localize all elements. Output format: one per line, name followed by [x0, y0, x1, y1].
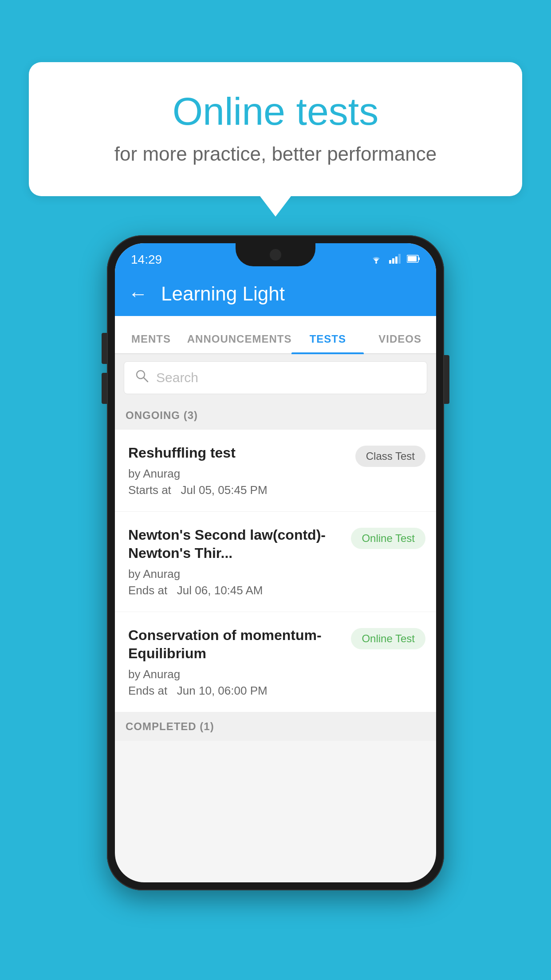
tab-videos[interactable]: VIDEOS [364, 333, 436, 353]
search-icon [135, 369, 149, 387]
phone-notch [236, 243, 315, 266]
tab-announcements[interactable]: ANNOUNCEMENTS [187, 333, 292, 353]
test-date: Ends at Jul 06, 10:45 AM [128, 584, 342, 597]
completed-section-header: COMPLETED (1) [115, 712, 436, 741]
test-info: Conservation of momentum-Equilibrium by … [128, 626, 342, 698]
svg-rect-3 [395, 257, 398, 264]
speech-bubble: Online tests for more practice, better p… [29, 62, 522, 196]
test-info: Newton's Second law(contd)-Newton's Thir… [128, 526, 342, 597]
test-item[interactable]: Reshuffling test by Anurag Starts at Jul… [115, 430, 436, 512]
power-button [444, 355, 449, 404]
battery-icon [407, 254, 420, 265]
svg-rect-6 [418, 257, 420, 260]
svg-rect-4 [398, 254, 401, 264]
wifi-icon [370, 254, 383, 265]
tab-tests[interactable]: TESTS [291, 333, 364, 353]
test-author: by Anurag [128, 567, 342, 581]
test-date: Ends at Jun 10, 06:00 PM [128, 684, 342, 698]
svg-line-9 [144, 378, 148, 382]
volume-down-button [102, 373, 107, 404]
search-placeholder: Search [156, 370, 198, 385]
back-button[interactable]: ← [128, 283, 148, 305]
search-container: Search [115, 354, 436, 401]
test-item[interactable]: Conservation of momentum-Equilibrium by … [115, 612, 436, 712]
svg-rect-7 [408, 256, 417, 261]
test-author: by Anurag [128, 467, 346, 481]
test-name: Newton's Second law(contd)-Newton's Thir… [128, 526, 342, 563]
phone-camera [270, 249, 281, 261]
test-name: Conservation of momentum-Equilibrium [128, 626, 342, 663]
search-bar[interactable]: Search [124, 361, 427, 394]
phone-screen: 14:29 [115, 243, 436, 882]
bubble-title: Online tests [64, 89, 487, 134]
volume-up-button [102, 333, 107, 364]
test-item[interactable]: Newton's Second law(contd)-Newton's Thir… [115, 512, 436, 612]
speech-bubble-container: Online tests for more practice, better p… [29, 62, 522, 196]
test-list: Reshuffling test by Anurag Starts at Jul… [115, 430, 436, 712]
tabs-bar: MENTS ANNOUNCEMENTS TESTS VIDEOS [115, 316, 436, 354]
test-name: Reshuffling test [128, 444, 346, 462]
phone-container: 14:29 [107, 235, 444, 890]
svg-point-0 [375, 262, 377, 264]
svg-rect-1 [389, 260, 391, 264]
phone-inner: 14:29 [115, 243, 436, 882]
svg-rect-2 [392, 258, 394, 264]
test-author: by Anurag [128, 668, 342, 681]
test-badge-online: Online Test [351, 628, 425, 649]
signal-icon [389, 254, 401, 265]
tab-ments[interactable]: MENTS [115, 333, 187, 353]
bubble-subtitle: for more practice, better performance [64, 143, 487, 165]
test-date: Starts at Jul 05, 05:45 PM [128, 483, 346, 497]
status-time: 14:29 [131, 253, 162, 267]
test-info: Reshuffling test by Anurag Starts at Jul… [128, 444, 346, 497]
test-badge-online: Online Test [351, 528, 425, 549]
app-bar: ← Learning Light [115, 272, 436, 316]
ongoing-section-header: ONGOING (3) [115, 401, 436, 430]
phone-outer: 14:29 [107, 235, 444, 890]
test-badge-class: Class Test [355, 446, 425, 467]
app-title: Learning Light [161, 283, 285, 305]
status-icons [370, 254, 420, 265]
